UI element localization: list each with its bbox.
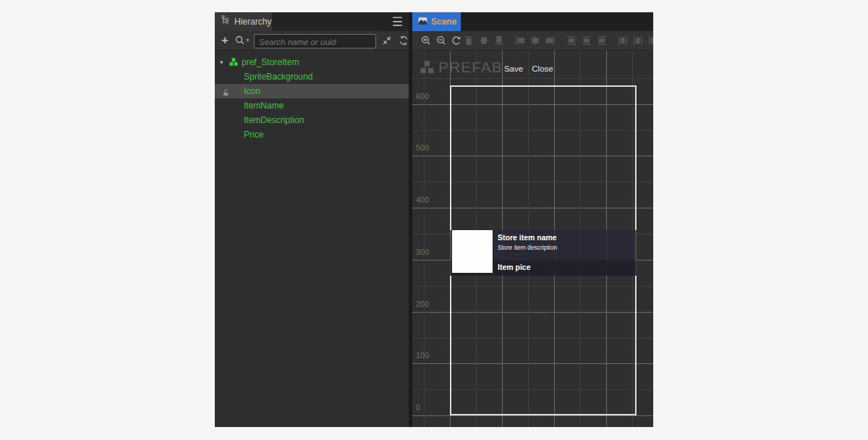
grid-line [424,51,425,427]
tab-hierarchy-label: Hierarchy [234,17,271,27]
store-item-name-label[interactable]: Store item name [498,233,557,242]
grid-line [412,130,653,131]
node-label: ItemName [244,98,284,113]
scene-panel: Scene PREFAB Save Close Store [412,12,653,427]
search-filter-icon[interactable] [234,35,246,46]
node-label: Price [244,127,263,142]
tree-row-itemdescription[interactable]: ItemDescription [215,113,409,127]
tree-row-spritebackground[interactable]: SpriteBackground [215,69,409,84]
expand-arrow-icon[interactable]: ▾ [220,55,224,69]
grid-line [412,363,653,364]
prefab-header: PREFAB Save Close [412,56,653,80]
search-box [254,34,376,48]
scene-toolbar [412,31,653,51]
collapse-all-button[interactable] [381,35,393,46]
page: Hierarchy ☰ + ▼ ▾pref_ [0,0,868,440]
grid-line [412,182,653,182]
distribute-h-center-button[interactable] [632,35,644,46]
tab-hierarchy[interactable]: Hierarchy [215,12,272,31]
panel-menu-icon[interactable]: ☰ [392,13,403,32]
distribute-left-button[interactable] [617,35,629,46]
align-right-button[interactable] [545,35,556,46]
zoom-in-button[interactable] [420,35,432,46]
save-button[interactable]: Save [498,64,529,73]
align-top-button[interactable] [463,35,475,46]
prefab-badge-icon [419,59,435,79]
hierarchy-tabbar: Hierarchy ☰ [215,12,409,31]
reset-view-button[interactable] [451,35,462,46]
align-left-button[interactable] [514,35,526,46]
refresh-button[interactable] [398,35,409,46]
scene-icon [418,15,427,28]
distribute-bottom-button[interactable] [596,35,608,46]
ruler-label: 300 [416,248,429,256]
ruler-label: 500 [416,143,429,152]
grid-line [412,415,653,416]
grid-line [412,286,653,287]
ruler-label: 600 [416,92,429,101]
hierarchy-icon [221,15,231,28]
ruler-label: 400 [416,195,429,204]
grid-line [412,104,653,105]
store-item-price-label[interactable]: Item pice [498,263,531,271]
tree-row-pref_storeitem[interactable]: ▾pref_StoreItem [215,55,409,69]
tree-row-price[interactable]: Price [215,127,409,142]
close-button[interactable]: Close [527,64,558,73]
grid-line [412,389,653,390]
align-v-center-button[interactable] [478,35,490,46]
node-label: Icon [244,84,260,98]
ruler-label: 100 [416,351,429,360]
scene-tabbar: Scene [412,12,653,31]
editor-window: Hierarchy ☰ + ▼ ▾pref_ [215,12,653,427]
node-label: SpriteBackground [244,69,312,84]
store-item-icon-sprite[interactable] [452,230,493,273]
tab-scene-label: Scene [431,17,456,27]
grid-line [412,208,653,208]
tab-scene[interactable]: Scene [412,12,461,31]
tree-row-icon[interactable]: Icon [215,84,409,98]
distribute-v-center-button[interactable] [581,35,592,46]
hierarchy-panel: Hierarchy ☰ + ▼ ▾pref_ [215,12,409,427]
grid-line [412,156,653,156]
ruler-label: 200 [416,300,429,308]
node-tree: ▾pref_StoreItemSpriteBackgroundIconItemN… [215,51,409,427]
distribute-right-button[interactable] [647,35,653,46]
align-h-center-button[interactable] [529,35,541,46]
hierarchy-toolbar: + ▼ [215,31,409,51]
tree-row-itemname[interactable]: ItemName [215,98,409,113]
node-label: pref_StoreItem [242,55,299,69]
align-bottom-button[interactable] [493,35,505,46]
distribute-top-button[interactable] [566,35,577,46]
grid-line [412,338,653,339]
search-input[interactable] [255,35,375,48]
scene-canvas[interactable]: PREFAB Save Close Store item name Store … [412,51,653,427]
grid-line [412,312,653,313]
store-item-description-label[interactable]: Store item description [498,244,557,251]
prefab-title: PREFAB [438,59,503,76]
add-node-button[interactable]: + [219,35,231,46]
ruler-label: 0 [416,403,420,412]
zoom-out-button[interactable] [435,35,447,46]
node-label: ItemDescription [244,113,304,127]
